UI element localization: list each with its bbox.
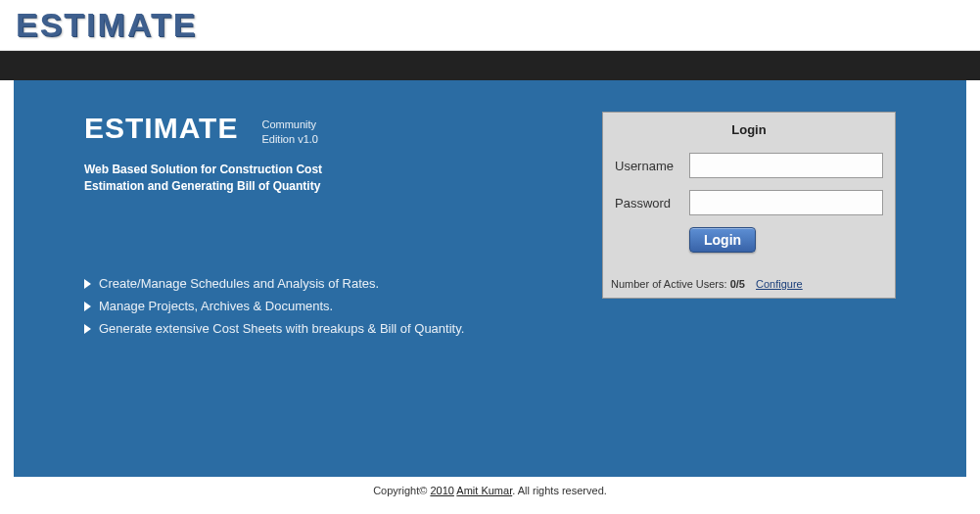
feature-item: Manage Projects, Archives & Documents.: [84, 295, 563, 317]
feature-text: Manage Projects, Archives & Documents.: [99, 299, 333, 313]
footer-prefix: Copyright©: [373, 485, 430, 496]
edition-line2: Edition v1.0: [261, 133, 317, 145]
edition-line1: Community: [261, 118, 316, 130]
feature-item: Create/Manage Schedules and Analysis of …: [84, 272, 563, 295]
username-input[interactable]: [689, 153, 883, 178]
login-button-row: Login: [615, 227, 883, 253]
login-button[interactable]: Login: [689, 227, 756, 253]
tagline-line1: Web Based Solution for Construction Cost: [84, 163, 322, 176]
login-box: Login Username Password Login Number of …: [602, 112, 896, 299]
arrow-icon: [84, 302, 91, 311]
feature-item: Generate extensive Cost Sheets with brea…: [84, 317, 563, 340]
footer-suffix: . All rights reserved.: [512, 485, 607, 496]
feature-text: Generate extensive Cost Sheets with brea…: [99, 321, 464, 336]
login-meta: Number of Active Users: 0/5 Configure: [603, 274, 895, 298]
login-heading: Login: [603, 113, 895, 147]
footer-year-link[interactable]: 2010: [430, 485, 453, 496]
feature-list: Create/Manage Schedules and Analysis of …: [84, 272, 563, 340]
tagline-line2: Estimation and Generating Bill of Quanti…: [84, 179, 320, 193]
username-label: Username: [615, 159, 689, 173]
arrow-icon: [84, 324, 91, 334]
active-users-prefix: Number of Active Users:: [611, 278, 730, 290]
hero-title-row: ESTIMATE Community Edition v1.0: [84, 112, 563, 148]
feature-text: Create/Manage Schedules and Analysis of …: [99, 276, 379, 291]
username-row: Username: [615, 153, 883, 178]
login-body: Username Password Login: [603, 147, 895, 274]
hero-left: ESTIMATE Community Edition v1.0 Web Base…: [84, 112, 602, 340]
hero-panel: ESTIMATE Community Edition v1.0 Web Base…: [14, 80, 966, 477]
hero-title: ESTIMATE: [84, 112, 238, 145]
password-input[interactable]: [689, 190, 883, 215]
top-header: ESTIMATE: [0, 0, 980, 51]
app-logo: ESTIMATE: [16, 6, 197, 43]
password-row: Password: [615, 190, 883, 215]
footer: Copyright© 2010 Amit Kumar. All rights r…: [14, 477, 966, 510]
password-label: Password: [615, 196, 689, 210]
main-area: ESTIMATE Community Edition v1.0 Web Base…: [0, 80, 980, 514]
arrow-icon: [84, 279, 91, 289]
nav-bar: [0, 51, 980, 80]
edition-label: Community Edition v1.0: [261, 112, 317, 148]
tagline: Web Based Solution for Construction Cost…: [84, 162, 563, 195]
footer-author-link[interactable]: Amit Kumar: [456, 485, 512, 496]
configure-link[interactable]: Configure: [756, 278, 803, 290]
active-users-count: 0/5: [730, 278, 745, 290]
